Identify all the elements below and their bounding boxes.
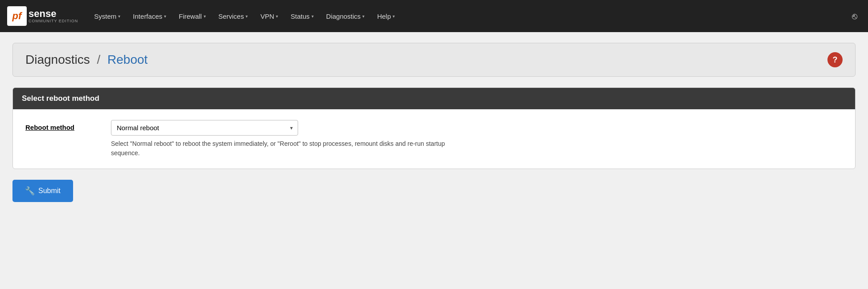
chevron-down-icon: ▾ [246,14,248,19]
card-header: Select reboot method [13,88,855,109]
nav-items: System ▾ Interfaces ▾ Firewall ▾ Service… [89,9,848,24]
chevron-down-icon: ▾ [118,14,120,19]
breadcrumb-separator: / [97,53,101,66]
logo[interactable]: pf sense COMMUNITY EDITION [7,6,78,26]
reboot-method-help-text: Select "Normal reboot" to reboot the sys… [111,139,450,158]
logo-edition: COMMUNITY EDITION [29,19,78,24]
chevron-down-icon: ▾ [204,14,206,19]
wrench-icon: 🔧 [25,186,35,196]
chevron-down-icon: ▾ [276,14,278,19]
breadcrumb: Diagnostics / Reboot [25,53,147,67]
nav-item-interfaces[interactable]: Interfaces ▾ [127,9,172,24]
reboot-method-field: Normal reboot Reroot ▾ Select "Normal re… [111,120,843,158]
nav-item-diagnostics[interactable]: Diagnostics ▾ [321,9,370,24]
logo-pf: pf [7,6,27,26]
nav-item-system[interactable]: System ▾ [89,9,126,24]
chevron-down-icon: ▾ [393,14,395,19]
chevron-down-icon: ▾ [311,14,314,19]
reboot-method-select-wrapper: Normal reboot Reroot ▾ [111,120,298,136]
nav-item-vpn[interactable]: VPN ▾ [255,9,283,24]
reboot-method-label: Reboot method [25,120,97,131]
logout-icon[interactable]: ⎋ [848,8,861,25]
breadcrumb-parent: Diagnostics [25,53,90,66]
select-reboot-method-card: Select reboot method Reboot method Norma… [12,87,856,169]
nav-item-firewall[interactable]: Firewall ▾ [173,9,211,24]
card-body: Reboot method Normal reboot Reroot ▾ Sel… [13,109,855,169]
nav-item-help[interactable]: Help ▾ [372,9,400,24]
help-icon[interactable]: ? [827,52,843,67]
reboot-method-select[interactable]: Normal reboot Reroot [111,120,298,136]
breadcrumb-current: Reboot [107,53,147,66]
submit-button[interactable]: 🔧 Submit [12,180,73,202]
nav-item-services[interactable]: Services ▾ [213,9,254,24]
chevron-down-icon: ▾ [362,14,364,19]
chevron-down-icon: ▾ [164,14,166,19]
logo-sense: sense [29,8,78,19]
breadcrumb-card: Diagnostics / Reboot ? [12,43,856,77]
submit-label: Submit [38,187,61,195]
nav-item-status[interactable]: Status ▾ [285,9,319,24]
page-content: Diagnostics / Reboot ? Select reboot met… [0,32,868,213]
navbar: pf sense COMMUNITY EDITION System ▾ Inte… [0,0,868,32]
form-row-reboot-method: Reboot method Normal reboot Reroot ▾ Sel… [25,120,843,158]
